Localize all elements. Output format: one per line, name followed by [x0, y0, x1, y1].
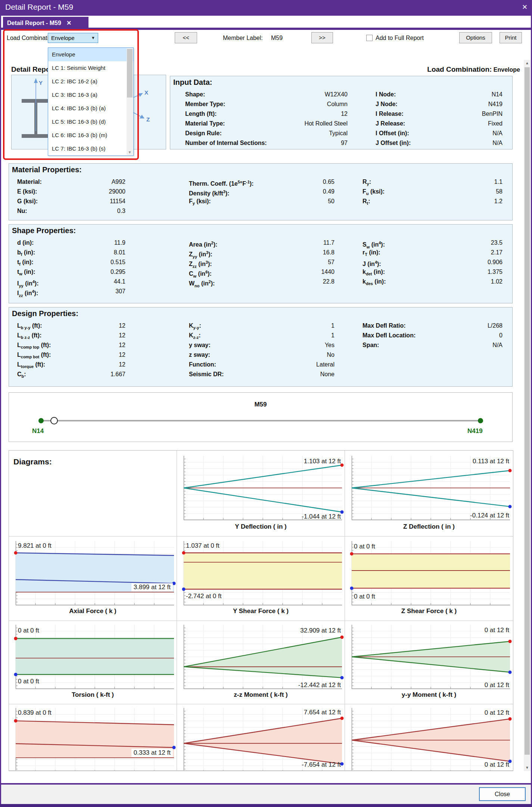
next-member-button[interactable]: >>	[311, 32, 333, 43]
chart-plot-yy-moment	[352, 625, 510, 689]
load-combination-header: Load Combination: Envelope	[427, 65, 520, 74]
dropdown-item-1[interactable]: LC 1: Seismic Weight	[48, 61, 133, 75]
property-value: 22.8	[323, 277, 335, 287]
bottom-flange	[22, 134, 50, 138]
load-combination-dropdown-list[interactable]: EnvelopeLC 1: Seismic WeightLC 2: IBC 16…	[48, 47, 134, 156]
property-value: 11.9	[114, 238, 125, 248]
property-label: tf (in):	[17, 257, 34, 267]
property-label: Zzz (in3):	[189, 257, 212, 267]
property-label: Fy (ksi):	[189, 197, 211, 206]
property-label: Material Type:	[185, 119, 225, 129]
chart-cell-bottom-right: 0 at 12 ft0 at 12 ft	[345, 704, 513, 771]
property-row: Shape:W12X40	[185, 90, 348, 99]
j-node-dot	[478, 418, 483, 423]
property-value: 23.5	[491, 238, 503, 248]
pin-release-icon	[51, 417, 57, 424]
property-value: 44.1	[114, 277, 125, 287]
property-row: Rt:1.2	[363, 197, 503, 206]
chart-plot-axial-force	[16, 541, 174, 605]
property-label: G (ksi):	[17, 197, 38, 206]
property-label: Area (in2):	[189, 238, 217, 248]
dropdown-scrollbar-thumb[interactable]	[127, 49, 133, 98]
y-axis-arrowhead	[34, 78, 38, 83]
chart-plot-torsion	[16, 625, 174, 689]
chart-value-label: -12.442 at 12 ft	[298, 681, 341, 689]
property-label: Lcomp top (ft):	[17, 340, 51, 350]
design-col1: Lb y-y (ft):12Lb z-z (ft):12Lcomp top (f…	[17, 321, 125, 379]
chart-plot-z-shear-force	[352, 541, 510, 605]
property-label: J Release:	[376, 119, 405, 129]
detail-report-window: Detail Report - M59 ✕ Detail Report - M5…	[0, 0, 532, 807]
tab-close-icon[interactable]: ✕	[66, 20, 71, 26]
property-row: bf (in):8.01	[17, 248, 125, 257]
x-axis-label: X	[144, 89, 148, 96]
chart-value-label: 1.037 at 0 ft	[186, 542, 220, 550]
material-col3: Ry:1.1Fu (ksi):58Rt:1.2	[363, 177, 503, 206]
property-value: 12	[119, 350, 125, 360]
chart-cell-y-deflection: 1.103 at 12 ft-1.044 at 12 ftY Deflectio…	[177, 451, 345, 537]
dropdown-scrollbar[interactable]: ▼	[127, 48, 133, 155]
chart-value-label: -7.654 at 12 ft	[302, 761, 341, 769]
dropdown-scroll-down-icon[interactable]: ▼	[127, 150, 133, 154]
material-properties-panel: Material Properties: Material:A992E (ksi…	[9, 163, 513, 220]
close-button[interactable]: Close	[479, 787, 526, 801]
property-value: 2.17	[491, 248, 503, 257]
property-label: Rt:	[363, 197, 370, 206]
property-label: Shape:	[185, 90, 205, 99]
dropdown-item-0[interactable]: Envelope	[48, 48, 133, 61]
add-to-full-report-checkbox[interactable]	[366, 35, 373, 41]
property-value: N14	[492, 90, 503, 99]
chart-cell-bottom-left: 0.839 at 0 ft0.333 at 12 ft	[9, 704, 177, 771]
property-label: J (in4):	[363, 257, 381, 267]
property-label: E (ksi):	[17, 187, 37, 197]
property-value: No	[327, 350, 335, 360]
chart-title-zz-moment: z-z Moment ( k-ft )	[177, 691, 345, 699]
property-row: kdet (in):1.375	[363, 267, 503, 277]
scroll-down-icon[interactable]: ▼	[524, 764, 531, 771]
design-properties-panel: Design Properties: Lb y-y (ft):12Lb z-z …	[9, 307, 513, 387]
dropdown-item-7[interactable]: LC 7: IBC 16-3 (b) (s)	[48, 142, 133, 155]
print-button[interactable]: Print	[500, 32, 522, 43]
property-row: Density (k/ft3):0.49	[189, 187, 335, 197]
property-value: L/268	[488, 321, 503, 331]
property-value: Typical	[329, 129, 348, 138]
scrollbar-thumb[interactable]	[525, 67, 530, 755]
input-data-title: Input Data:	[173, 78, 212, 87]
dropdown-item-2[interactable]: LC 2: IBC 16-2 (a)	[48, 75, 133, 88]
property-row: J Offset (in):N/A	[376, 138, 503, 148]
dropdown-item-5[interactable]: LC 5: IBC 16-3 (b) (d)	[48, 115, 133, 129]
property-row: J Node:N419	[376, 99, 503, 109]
property-label: I Offset (in):	[376, 129, 409, 138]
property-label: Length (ft):	[185, 109, 217, 119]
property-value: 29000	[109, 187, 126, 197]
property-value: Column	[327, 99, 348, 109]
property-row: I Node:N14	[376, 90, 503, 99]
dropdown-item-3[interactable]: LC 3: IBC 16-3 (a)	[48, 88, 133, 102]
property-label: Number of Internal Sections:	[185, 138, 267, 148]
chart-plot-bottom-left	[16, 708, 174, 771]
property-row: E (ksi):29000	[17, 187, 125, 197]
shape-col2: Area (in2):11.7Zyy (in3):16.8Zzz (in3):5…	[189, 238, 335, 287]
property-row: Seismic DR:None	[189, 370, 335, 379]
property-row: Wno (in2):22.8	[189, 277, 335, 287]
window-title: Detail Report - M59	[5, 3, 73, 12]
vertical-scrollbar[interactable]: ▲ ▼	[524, 60, 531, 771]
member-diagram-panel: M59 N14 N419	[9, 392, 513, 442]
property-row: G (ksi):11154	[17, 197, 125, 206]
load-combination-combobox[interactable]: Envelope ▼	[48, 33, 98, 43]
material-properties-title: Material Properties:	[12, 166, 82, 174]
property-label: tw (in):	[17, 267, 35, 277]
window-close-icon[interactable]: ✕	[522, 3, 528, 11]
property-value: 1.02	[491, 277, 503, 287]
property-row: Zyy (in3):16.8	[189, 248, 335, 257]
chart-value-label: 7.654 at 12 ft	[304, 709, 341, 716]
property-label: Izz (in4):	[17, 287, 38, 296]
scroll-up-icon[interactable]: ▲	[524, 60, 531, 67]
dropdown-item-6[interactable]: LC 6: IBC 16-3 (b) (m)	[48, 129, 133, 142]
options-button[interactable]: Options	[459, 32, 492, 43]
prev-member-button[interactable]: <<	[175, 32, 197, 43]
combo-value: Envelope	[51, 35, 75, 41]
load-combination-header-value: Envelope	[494, 67, 520, 73]
diagrams-grid: Diagrams: 1.103 at 12 ft-1.044 at 12 ftY…	[9, 450, 513, 771]
dropdown-item-4[interactable]: LC 4: IBC 16-3 (b) (a)	[48, 102, 133, 115]
